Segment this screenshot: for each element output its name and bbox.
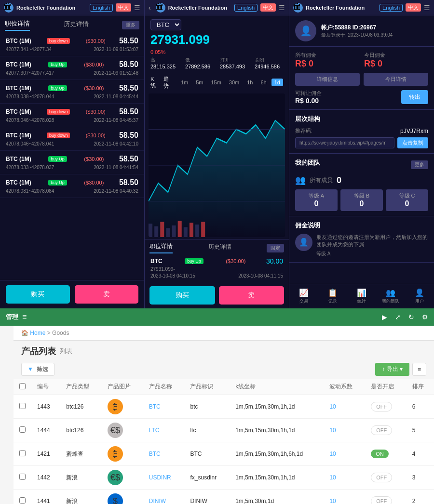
trade-range: 42078.038~42078.044 [6,94,54,99]
coeff-link[interactable]: 10 [329,498,336,504]
row-checkbox[interactable] [19,497,26,504]
coeff-link[interactable]: 10 [329,474,336,481]
chart-price: 27931.099 [150,32,283,47]
product-name-link[interactable]: DINIW [149,498,166,504]
tab-5m[interactable]: 5m [193,79,206,86]
admin-refresh-icon[interactable]: ↻ [408,313,414,321]
page-subtitle: 列表 [60,347,72,356]
admin-settings-icon[interactable]: ⚙ [422,313,428,321]
product-name-link[interactable]: USDINR [149,474,171,481]
nav-record[interactable]: 📋 记录 [318,284,347,308]
tab-position-detail[interactable]: 职位详情 [5,19,30,31]
tab-1m[interactable]: 1m [178,79,191,86]
toggle-off-button[interactable]: OFF [371,425,392,435]
right-logo: 🏛 [293,3,303,13]
mid-menu-icon[interactable]: ☰ [279,4,285,12]
user-info: 帐户:55888 ID:26967 最后登录于: 2023-10-08 03:3… [321,24,393,39]
trade-item[interactable]: BTC (1M) buy Up ($30.00) 58.50 42078.033… [0,151,144,174]
trade-item[interactable]: BTC (1M) buy down ($30.00) 58.50 42077.3… [0,33,144,56]
tab-6h[interactable]: 6h [258,79,270,86]
row-checkbox-cell [14,490,31,504]
filter-button[interactable]: ▼ 筛选 [21,363,54,376]
tab-1d[interactable]: 1d [271,79,283,86]
row-kline: 1m,5m,15m,30m,1h,1d [230,466,324,490]
row-checkbox[interactable] [19,426,26,433]
row-kline: 1m,5m,15m,30m,1h,6h,1d [230,442,324,466]
transfer-button[interactable]: 转出 [401,90,428,104]
toggle-off-button[interactable]: OFF [371,496,392,504]
left-lang-en-btn[interactable]: English [90,4,113,12]
team-levels: 等级 A 0 等级 B 0 等级 C 0 [295,189,428,211]
row-checkbox[interactable] [19,450,26,456]
nav-user[interactable]: 👤 用户 [405,284,434,308]
row-checkbox[interactable] [19,403,26,409]
mid-lang-en-btn[interactable]: English [234,4,258,12]
right-bottom-nav: 📈 交易 📋 记录 📊 统计 👥 我的团队 👤 用户 [289,284,434,308]
chart-bottom-refresh[interactable]: 固定 [267,244,284,252]
all-commission-label: 所有佣金 [295,52,359,59]
open-value: 28537.493 [220,64,245,69]
today-detail-button[interactable]: 今日详情 [364,73,428,86]
chart-buy-button[interactable]: 购买 [149,286,215,305]
trade-item[interactable]: BTC (1M) buy down ($30.00) 58.50 42078.0… [0,127,144,151]
trade-amount: ($30.00) [84,62,104,67]
nav-team[interactable]: 👥 我的团队 [376,284,405,308]
admin-expand-icon[interactable]: ⤢ [395,313,401,321]
trade-amount: ($30.00) [86,38,106,44]
row-sort: 6 [407,395,434,419]
trade-item[interactable]: BTC (1M) buy Up ($30.00) 58.50 42078.038… [0,80,144,104]
row-checkbox[interactable] [19,474,26,480]
right-nav-title: Rockefeller Foundation [306,5,377,11]
right-lang-en-btn[interactable]: English [380,4,403,12]
chart-tab-position[interactable]: 职位详情 [149,242,173,253]
row-kline: 1m,5m,15m,30m,1h,1d [230,395,324,419]
left-lang-zh-btn[interactable]: 中文 [116,3,131,12]
bottom-section: ⚙ ⚡ 👤 G $ 📋 🖼 Be 🏠 Home > Goods 产品列表 列表 [0,326,434,504]
chart-tab-history[interactable]: 历史详情 [208,243,231,253]
trade-item[interactable]: BTC (1M) buy Up ($30.00) 58.50 42078.081… [0,174,144,198]
coeff-link[interactable]: 10 [329,403,336,410]
toggle-off-button[interactable]: OFF [371,473,392,482]
detail-button[interactable]: 详细信息 [295,73,360,86]
nav-trade[interactable]: 📈 交易 [289,284,318,308]
coeff-link[interactable]: 10 [329,427,336,434]
nav-stats[interactable]: 📊 统计 [347,284,376,308]
tab-history-detail[interactable]: 历史详情 [64,20,89,30]
mid-nav-bar: ‹ 🏛 Rockefeller Foundation English 中文 ☰ [145,0,289,15]
chart-buy-sell: 购买 卖 [145,282,289,308]
row-img-cell: $ [102,490,143,504]
referral-link-input[interactable] [295,137,394,148]
header-coeff: 波动系数 [324,379,365,395]
left-refresh-btn[interactable]: 重多 [122,21,139,29]
copy-button[interactable]: 点击复制 [397,137,428,148]
select-all-checkbox[interactable] [19,383,26,389]
right-lang-zh-btn[interactable]: 中文 [406,3,421,12]
trade-item[interactable]: BTC (1M) buy down ($30.00) 58.50 42078.0… [0,104,144,127]
today-commission-item: 今日佣金 R$ 0 [364,52,428,69]
tab-15m[interactable]: 15m [208,79,224,86]
toggle-on-button[interactable]: ON [371,450,389,458]
mid-back-icon[interactable]: ‹ [149,4,151,12]
product-name-link[interactable]: LTC [149,427,160,434]
left-menu-icon[interactable]: ☰ [134,4,140,12]
coin-select[interactable]: BTC [150,19,181,30]
left-buy-button[interactable]: 购买 [6,285,70,304]
tab-30m[interactable]: 30m [226,79,242,86]
mid-lang-zh-btn[interactable]: 中文 [260,3,276,12]
trade-item[interactable]: BTC (1M) buy Up ($30.00) 58.50 42077.307… [0,56,144,80]
product-name-link[interactable]: BTC [149,451,161,457]
toggle-off-button[interactable]: OFF [371,402,392,411]
admin-play-icon[interactable]: ▶ [382,313,387,321]
right-menu-icon[interactable]: ☰ [424,4,430,12]
tab-1h[interactable]: 1h [244,79,256,86]
more-button[interactable]: 更多 [411,160,428,169]
coeff-link[interactable]: 10 [329,451,336,457]
product-name-link[interactable]: BTC [149,403,161,410]
breadcrumb-home-link[interactable]: Home [30,330,45,336]
trade-time: 2022-11-08 04:45:37 [94,118,138,123]
export-button[interactable]: ↑ 导出 ▾ [375,363,409,376]
layout-button[interactable]: ≡ [412,363,426,376]
admin-menu-icon[interactable]: ≡ [22,313,27,321]
chart-sell-button[interactable]: 卖 [219,286,285,305]
left-sell-button[interactable]: 卖 [75,285,139,304]
